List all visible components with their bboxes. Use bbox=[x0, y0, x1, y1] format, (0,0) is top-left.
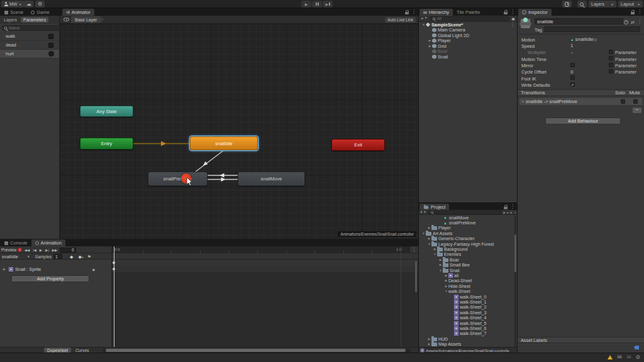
label-tag-icon[interactable] bbox=[634, 346, 639, 349]
dropdown-field[interactable]: ▼ bbox=[570, 50, 606, 55]
project-item-dead-sheet[interactable]: ▶Dead-Sheet bbox=[419, 278, 517, 283]
state-name-input[interactable] bbox=[537, 19, 621, 24]
foldout-closed-icon[interactable]: ▶ bbox=[428, 45, 432, 48]
project-item-walk-sheet-7[interactable]: walk-Sheet_7 bbox=[419, 331, 517, 336]
parameter-checkbox[interactable] bbox=[609, 50, 613, 54]
state-node-snailidle[interactable]: snailIdle bbox=[190, 136, 258, 150]
checkbox[interactable] bbox=[570, 75, 575, 80]
auto-live-link-button[interactable]: Auto Live Link bbox=[385, 17, 416, 23]
project-item-walk-sheet-2[interactable]: walk-Sheet_2 bbox=[419, 305, 517, 310]
settings-button[interactable]: ⚙ bbox=[35, 1, 45, 8]
parameter-search[interactable] bbox=[1, 25, 67, 31]
create-button[interactable]: +▼ bbox=[421, 16, 428, 21]
project-search[interactable] bbox=[428, 211, 502, 214]
state-name-field[interactable] bbox=[535, 18, 623, 25]
hierarchy-search-input[interactable] bbox=[437, 16, 508, 21]
hierarchy-item-global-light-2d[interactable]: Global Light 2D bbox=[419, 33, 517, 38]
remove-transition-button[interactable]: − bbox=[633, 107, 641, 113]
parameter-checkbox[interactable] bbox=[609, 63, 613, 67]
foldout-open-icon[interactable]: ▼ bbox=[433, 253, 437, 256]
parameter-row-dead[interactable]: dead bbox=[0, 41, 59, 50]
tab-parameters[interactable]: Parameters bbox=[21, 17, 48, 23]
breadcrumb[interactable]: Base Layer bbox=[71, 16, 104, 23]
foldout-closed-icon[interactable]: ▶ bbox=[438, 263, 443, 266]
project-item-player[interactable]: ▶Player bbox=[419, 226, 517, 231]
tab-console[interactable]: Console bbox=[1, 239, 31, 246]
curves-button[interactable]: Curves bbox=[72, 348, 92, 353]
menu-icon[interactable]: ⋮ bbox=[411, 9, 416, 14]
message-muted-icon[interactable]: ✉ bbox=[626, 354, 631, 360]
project-item-small-bee[interactable]: ▶Small Bee bbox=[419, 263, 517, 268]
lock-icon[interactable] bbox=[405, 12, 409, 14]
foldout-closed-icon[interactable]: ▶ bbox=[433, 248, 437, 251]
project-item-walk-sheet-4[interactable]: walk-Sheet_4 bbox=[419, 315, 517, 320]
last-key-button[interactable]: ▶▶ bbox=[51, 248, 58, 252]
foldout-closed-icon[interactable]: ▶ bbox=[427, 226, 431, 229]
transition-row-snailidle-snailpremove[interactable]: ≡snailIdle -> snailPreMove bbox=[519, 97, 643, 106]
checkbox[interactable] bbox=[570, 63, 575, 67]
foldout-closed-icon[interactable]: ▶ bbox=[444, 274, 448, 277]
dopesheet-button[interactable]: Dopesheet bbox=[44, 348, 71, 353]
event-marker-icon[interactable]: ⚑ bbox=[87, 255, 91, 259]
menu-icon[interactable]: ⋮ bbox=[411, 248, 416, 253]
hierarchy-item-boar[interactable]: Boar bbox=[419, 49, 517, 55]
object-field[interactable]: ▲snailIdle◎ bbox=[570, 36, 638, 42]
object-picker-icon[interactable]: ◎ bbox=[594, 37, 597, 41]
tab-inspector[interactable]: iInspector bbox=[518, 9, 552, 16]
tag-field[interactable] bbox=[544, 26, 640, 32]
project-item-hide-sheet[interactable]: ▶Hide-Sheet bbox=[419, 283, 517, 288]
tab-game[interactable]: Game bbox=[27, 9, 53, 16]
frame-field[interactable] bbox=[60, 248, 76, 253]
parameter-row-walk[interactable]: walk bbox=[0, 32, 59, 41]
foldout-open-icon[interactable]: ▼ bbox=[421, 232, 426, 235]
state-node-snailmove[interactable]: snailMove bbox=[238, 172, 305, 186]
message-icon[interactable]: ✉ bbox=[617, 354, 622, 360]
state-node-any-state[interactable]: Any State bbox=[80, 106, 133, 117]
add-behaviour-button[interactable]: Add Behaviour bbox=[545, 118, 621, 124]
create-asset-button[interactable]: +▼ bbox=[420, 210, 426, 214]
project-item-walk-sheet[interactable]: ▼walk-Sheet bbox=[419, 288, 517, 293]
hierarchy-search[interactable] bbox=[430, 16, 510, 21]
state-node-entry[interactable]: Entry bbox=[80, 138, 133, 150]
hidden-count-icon[interactable]: ◑ bbox=[514, 211, 516, 214]
layout-dropdown[interactable]: Layout▼ bbox=[618, 1, 643, 8]
tab-animator[interactable]: Animator bbox=[62, 9, 94, 16]
foldout-closed-icon[interactable]: ▶ bbox=[427, 237, 431, 240]
parameter-search-input[interactable] bbox=[9, 26, 64, 30]
text-field[interactable]: 1 bbox=[570, 43, 638, 48]
first-key-button[interactable]: ◀◀ bbox=[23, 248, 30, 252]
play-button[interactable]: ▶ bbox=[301, 1, 311, 8]
project-item-snailmove[interactable]: ▲snailMove bbox=[419, 215, 517, 220]
hierarchy-item-grid[interactable]: ▶Grid bbox=[419, 43, 517, 49]
record-button[interactable] bbox=[18, 248, 22, 252]
foldout-closed-icon[interactable]: ▶ bbox=[438, 258, 443, 261]
help-icon[interactable]: ? bbox=[624, 20, 628, 25]
hierarchy-item-samplescene[interactable]: ▼SampleScene*⋮ bbox=[419, 22, 517, 28]
presets-icon[interactable]: ⇄ bbox=[631, 20, 635, 25]
project-item-snail[interactable]: ▼Snail bbox=[419, 268, 517, 273]
hierarchy-item-snail[interactable]: Snail bbox=[419, 54, 517, 60]
checkbox-checked[interactable]: ✓ bbox=[570, 82, 575, 87]
project-breadcrumb[interactable]: Assets/Animations/Enemies/Snail/Snail.co… bbox=[419, 347, 517, 353]
parameter-bool-control[interactable] bbox=[48, 34, 53, 39]
preview-button[interactable]: Preview bbox=[1, 248, 16, 252]
foldout-closed-icon[interactable]: ▶ bbox=[444, 279, 448, 282]
tab-hierarchy[interactable]: Hierarchy bbox=[419, 9, 453, 16]
play-animation-button[interactable]: ▶ bbox=[38, 248, 43, 252]
parameter-bool-control[interactable] bbox=[48, 43, 53, 48]
foldout-icon[interactable]: ▶ bbox=[0, 267, 9, 271]
foldout-open-icon[interactable]: ▼ bbox=[438, 269, 443, 272]
project-item-walk-sheet-3[interactable]: walk-Sheet_3 bbox=[419, 310, 517, 315]
tab-tile-palette[interactable]: Tile Palette bbox=[453, 9, 484, 16]
global-search-button[interactable] bbox=[577, 1, 587, 8]
scene-picker-icon[interactable]: ▣ bbox=[511, 17, 515, 21]
menu-icon[interactable]: ⋮ bbox=[510, 22, 515, 27]
timeline-ruler[interactable]: 0:0 1:0 bbox=[112, 246, 410, 253]
project-item-enemies[interactable]: ▼Enemies bbox=[419, 252, 517, 257]
foldout-closed-icon[interactable]: ▶ bbox=[427, 337, 431, 341]
bake-status-icon[interactable] bbox=[608, 355, 613, 359]
parameter-checkbox[interactable] bbox=[609, 56, 613, 60]
parameter-trigger-control[interactable] bbox=[48, 51, 54, 57]
state-machine-graph[interactable]: Any StateEntrysnailIdleExitsnailPreMoves… bbox=[60, 24, 418, 239]
add-event-icon[interactable]: ◆+ bbox=[78, 255, 83, 259]
